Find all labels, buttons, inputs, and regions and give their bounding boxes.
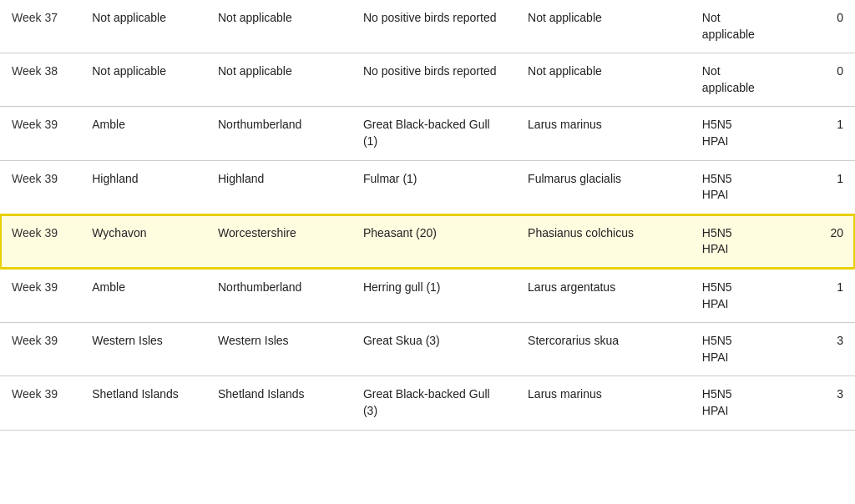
table-cell: H5N5HPAI: [691, 269, 807, 323]
table-cell: H5N5HPAI: [691, 376, 807, 430]
table-cell: Stercorarius skua: [516, 323, 691, 376]
table-cell: Not applicable: [80, 53, 206, 107]
table-cell: Week 39: [0, 269, 80, 323]
table-cell: No positive birds reported: [352, 0, 516, 53]
table-cell: Not applicable: [516, 0, 691, 53]
table-row: Week 39WychavonWorcestershirePheasant (2…: [0, 214, 855, 269]
table-cell: Not applicable: [206, 0, 352, 53]
table-cell: Phasianus colchicus: [516, 214, 691, 269]
table-cell: Week 38: [0, 53, 80, 107]
table-cell: H5N5HPAI: [691, 160, 807, 214]
table-cell: Herring gull (1): [352, 269, 516, 323]
table-cell: Northumberland: [206, 269, 352, 323]
table-cell: Northumberland: [206, 107, 352, 160]
table-row: Week 39AmbleNorthumberlandHerring gull (…: [0, 269, 855, 323]
table-cell: 1: [807, 107, 855, 160]
table-cell: Week 39: [0, 376, 80, 430]
table-cell: Shetland Islands: [206, 376, 352, 430]
table-cell: Larus marinus: [516, 107, 691, 160]
table-cell: 0: [807, 53, 855, 107]
table-cell: Great Black-backed Gull (1): [352, 107, 516, 160]
table-cell: Highland: [80, 160, 206, 214]
table-cell: Fulmarus glacialis: [516, 160, 691, 214]
table-cell: Fulmar (1): [352, 160, 516, 214]
table-cell: H5N5HPAI: [691, 107, 807, 160]
table-cell: Notapplicable: [691, 53, 807, 107]
table-cell: H5N5HPAI: [691, 214, 807, 269]
table-cell: Not applicable: [80, 0, 206, 53]
table-cell: Western Isles: [206, 323, 352, 376]
table-cell: Highland: [206, 160, 352, 214]
table-cell: Larus argentatus: [516, 269, 691, 323]
table-cell: Week 39: [0, 107, 80, 160]
table-cell: Not applicable: [206, 53, 352, 107]
table-cell: Week 37: [0, 0, 80, 53]
table-cell: Great Skua (3): [352, 323, 516, 376]
table-cell: Week 39: [0, 323, 80, 376]
table-row: Week 39Western IslesWestern IslesGreat S…: [0, 323, 855, 376]
table-row: Week 37Not applicableNot applicableNo po…: [0, 0, 855, 53]
table-cell: Amble: [80, 107, 206, 160]
table-cell: 1: [807, 160, 855, 214]
table-cell: Week 39: [0, 160, 80, 214]
bird-flu-table: Week 37Not applicableNot applicableNo po…: [0, 0, 855, 431]
table-cell: Worcestershire: [206, 214, 352, 269]
table-cell: Notapplicable: [691, 0, 807, 53]
table-cell: 3: [807, 376, 855, 430]
table-cell: Western Isles: [80, 323, 206, 376]
table-row: Week 39Shetland IslandsShetland IslandsG…: [0, 376, 855, 430]
table-cell: H5N5HPAI: [691, 323, 807, 376]
table-cell: Amble: [80, 269, 206, 323]
table-cell: 0: [807, 0, 855, 53]
table-cell: Not applicable: [516, 53, 691, 107]
table-cell: 20: [807, 214, 855, 269]
table-cell: Pheasant (20): [352, 214, 516, 269]
table-cell: 3: [807, 323, 855, 376]
table-row: Week 39AmbleNorthumberlandGreat Black-ba…: [0, 107, 855, 160]
table-cell: No positive birds reported: [352, 53, 516, 107]
table-cell: Larus marinus: [516, 376, 691, 430]
table-cell: Wychavon: [80, 214, 206, 269]
table-cell: 1: [807, 269, 855, 323]
table-cell: Week 39: [0, 214, 80, 269]
table-row: Week 38Not applicableNot applicableNo po…: [0, 53, 855, 107]
table-row: Week 39HighlandHighlandFulmar (1)Fulmaru…: [0, 160, 855, 214]
table-cell: Great Black-backed Gull (3): [352, 376, 516, 430]
table-cell: Shetland Islands: [80, 376, 206, 430]
